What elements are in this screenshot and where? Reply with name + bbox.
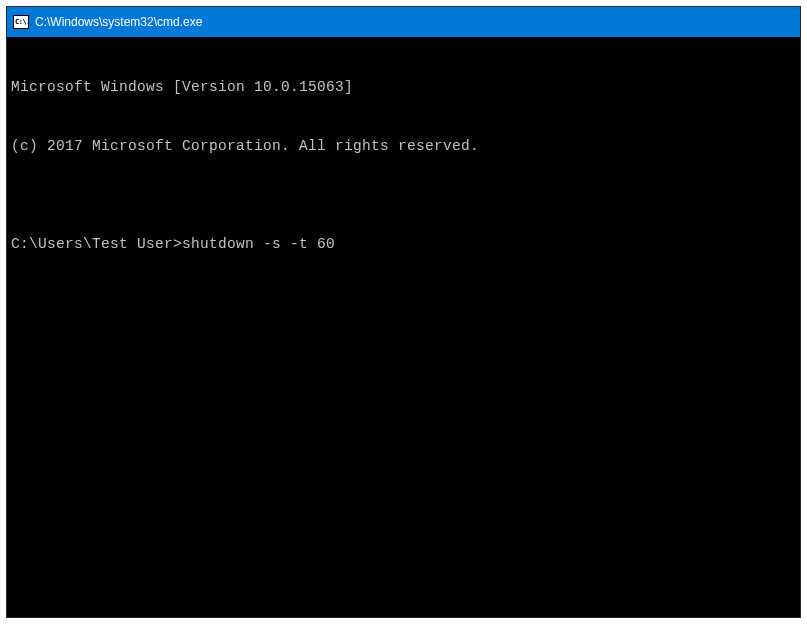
window-title: C:\Windows\system32\cmd.exe	[35, 15, 202, 29]
cmd-icon: C:\.	[13, 15, 29, 29]
cmd-icon-label: C:\.	[15, 19, 30, 26]
copyright-line: (c) 2017 Microsoft Corporation. All righ…	[11, 137, 796, 157]
cmd-window: C:\. C:\Windows\system32\cmd.exe Microso…	[6, 6, 801, 618]
version-line: Microsoft Windows [Version 10.0.15063]	[11, 78, 796, 98]
terminal-area[interactable]: Microsoft Windows [Version 10.0.15063] (…	[7, 37, 800, 617]
command-input[interactable]: shutdown -s -t 60	[182, 235, 335, 255]
prompt-line: C:\Users\Test User>shutdown -s -t 60	[11, 235, 796, 255]
titlebar[interactable]: C:\. C:\Windows\system32\cmd.exe	[7, 7, 800, 37]
prompt-text: C:\Users\Test User>	[11, 235, 182, 255]
